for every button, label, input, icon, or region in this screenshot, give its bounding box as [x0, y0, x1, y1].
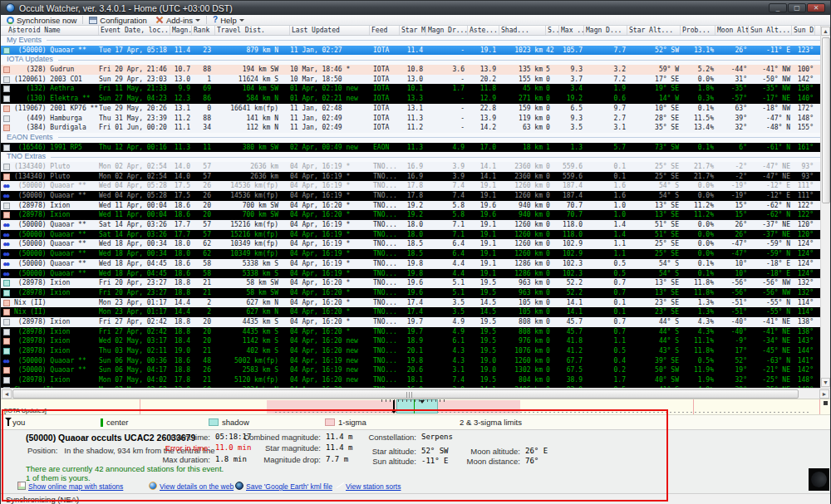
event-row[interactable]: ●● (50000) Quaoar **Wed 18 Apr, 04:4518.… — [1, 269, 830, 279]
table-cell: 380 km SW — [215, 143, 290, 153]
event-row[interactable]: (28978) IxionThu 03 May, 02:1119.021402 … — [1, 346, 830, 356]
table-cell: Wed 18 Apr, 00:34 — [99, 249, 170, 259]
configuration-button[interactable]: Configuration — [86, 15, 150, 25]
event-row[interactable]: (50000) Quaoar **Tue 17 Apr, 05:1811.423… — [1, 46, 830, 56]
table-cell: 04 Apr, 16:19 * — [290, 220, 370, 230]
column-header[interactable]: Feed — [370, 26, 400, 35]
column-header[interactable]: Moon Alt... — [715, 26, 749, 35]
scroll-left-arrow[interactable]: ◄ — [2, 389, 12, 399]
table-cell: Sat 14 Apr, 03:26 — [99, 220, 170, 230]
column-header[interactable]: Travel Dist. — [215, 26, 290, 35]
group-row[interactable]: TNO Extras — [1, 152, 830, 162]
group-row[interactable]: IOTA Updates — [1, 55, 830, 65]
event-row[interactable]: (28978) IxionFri 20 Apr, 23:2718.82158 k… — [1, 288, 830, 298]
table-cell: 2360 km — [499, 162, 546, 172]
synchronise-now-label: Synchronise now — [17, 16, 76, 25]
group-row[interactable]: EAON Events — [1, 133, 830, 143]
event-row[interactable]: ●● (50000) Quaoar **Wed 04 Apr, 05:2817.… — [1, 181, 830, 191]
event-row[interactable]: ●● (50000) Quaoar **Sun 06 May, 00:3618.… — [1, 356, 830, 366]
table-cell: 0.1% — [681, 269, 715, 279]
column-header[interactable]: Prob... — [681, 26, 715, 35]
event-row[interactable]: (449) HamburgaThu 31 May, 23:3911.288141… — [1, 114, 830, 124]
event-row[interactable]: ●● (50000) Quaoar **Wed 18 Apr, 04:4518.… — [1, 259, 830, 269]
event-row[interactable]: (328) GudrunFri 20 Apr, 21:4610.788194 k… — [1, 65, 830, 75]
view-station-sorts-link[interactable]: View station sorts — [346, 482, 401, 491]
synchronise-now-button[interactable]: Synchronise now — [4, 15, 79, 25]
minimize-button[interactable]: _ — [769, 3, 787, 12]
event-row[interactable]: (28978) IxionFri 20 Apr, 23:2718.82158 k… — [1, 278, 830, 288]
column-header[interactable]: Sun Di... — [792, 26, 815, 35]
column-header[interactable]: Rank — [192, 26, 215, 35]
table-cell: 40° SW — [627, 375, 681, 385]
help-menu[interactable]: ? Help — [210, 15, 247, 25]
event-row[interactable]: (50000) Quaoar **Sun 06 May, 04:1718.826… — [1, 365, 830, 375]
event-row[interactable]: ●● (50000) Quaoar **Wed 18 Apr, 00:3418.… — [1, 249, 830, 259]
table-cell: TNO... — [370, 356, 400, 366]
horizontal-scroll-thumb[interactable] — [12, 389, 799, 399]
table-cell: 5120 km(fp) — [215, 375, 290, 385]
column-header[interactable]: Magn. — [170, 26, 192, 35]
close-button[interactable]: ✕ — [807, 3, 825, 12]
column-header[interactable]: Sun Alt... — [749, 26, 792, 35]
event-row[interactable]: ●● (50000) Quaoar **Sat 14 Apr, 03:2617.… — [1, 230, 830, 240]
table-cell: TNO... — [370, 181, 400, 191]
column-header[interactable]: Magn Dr... — [426, 26, 468, 35]
table-cell: 102.3 — [559, 259, 584, 269]
event-row[interactable]: ●● (50000) Quaoar **Wed 18 Apr, 00:3418.… — [1, 239, 830, 249]
event-row[interactable]: Nix (II)Mon 23 Apr, 01:1714.42627 km N04… — [1, 298, 830, 308]
add-ins-menu[interactable]: Add-ins — [153, 15, 203, 25]
column-header[interactable]: S.. — [546, 26, 559, 35]
table-cell: 70.7 — [559, 210, 584, 220]
show-online-map-link[interactable]: Show online map with stations — [28, 482, 123, 491]
table-cell: 0.7 — [584, 327, 627, 337]
column-header[interactable]: Event Date, loc... — [99, 26, 170, 35]
event-timeline-strip[interactable]: [IOTA Updates] — [1, 399, 830, 414]
table-cell: (50000) Quaoar ** — [14, 365, 99, 375]
vertical-scrollbar[interactable]: ▲ ▼ — [820, 26, 830, 388]
event-row[interactable]: ●● (50000) Quaoar **Wed 04 Apr, 05:2817.… — [1, 191, 830, 201]
maximize-button[interactable]: ▢ — [788, 3, 806, 12]
table-cell: -40° — [715, 327, 749, 337]
event-row[interactable]: Nix (II)Mon 23 Apr, 01:1714.42627 km N04… — [1, 307, 830, 317]
scroll-down-arrow[interactable]: ▼ — [821, 378, 830, 387]
scroll-right-arrow[interactable]: ► — [819, 389, 829, 399]
table-cell: -25° NE — [749, 375, 792, 385]
event-row[interactable]: (28978) IxionWed 11 Apr, 00:0418.620700 … — [1, 210, 830, 220]
column-header[interactable]: Max ... — [559, 26, 584, 35]
scroll-up-arrow[interactable]: ▲ — [821, 27, 830, 36]
table-cell: 0.1 — [584, 162, 627, 172]
column-header[interactable]: Last Updated — [290, 26, 370, 35]
event-row[interactable]: (28978) IxionMon 07 May, 04:0217.8215120… — [1, 375, 830, 385]
event-row[interactable]: (134340) PlutoMon 02 Apr, 02:5414.057263… — [1, 162, 830, 172]
table-cell: 04 Apr, 16:20 * — [290, 307, 370, 317]
table-cell: Wed 04 Apr, 05:28 — [99, 181, 170, 191]
event-row[interactable]: ●● (50000) Quaoar **Sat 14 Apr, 03:2617.… — [1, 220, 830, 230]
event-row[interactable]: (130) Elektra **Sun 27 May, 04:2312.3865… — [1, 94, 830, 104]
save-kml-link[interactable]: Save 'Google Earth' kml file — [246, 482, 332, 491]
event-row[interactable]: (132) AethraFri 11 May, 21:339.969104 km… — [1, 84, 830, 94]
event-row[interactable]: (120061) 2003 CO1Sun 29 Apr, 23:0313.011… — [1, 75, 830, 85]
event-row[interactable]: (16546) 1991 RP5Thu 12 Apr, 00:1611.3113… — [1, 143, 830, 153]
column-header[interactable]: Shad... — [499, 26, 546, 35]
event-row[interactable]: (28978) IxionFri 27 Apr, 02:4218.8204435… — [1, 327, 830, 337]
event-row[interactable]: (384) BurdigalaFri 01 Jun, 00:2011.13411… — [1, 123, 830, 133]
event-row[interactable]: (119067) 2001 KP76 **Tue 29 May, 20:2613… — [1, 104, 830, 114]
event-row[interactable]: (28978) IxionWed 11 Apr, 00:0418.620700 … — [1, 201, 830, 211]
event-row[interactable]: (134340) PlutoMon 02 Apr, 02:5414.057263… — [1, 172, 830, 182]
group-row[interactable]: My Events — [1, 36, 830, 46]
table-cell: -18° E — [749, 269, 792, 279]
column-header[interactable]: Star Alt... — [627, 26, 681, 35]
view-details-web-link[interactable]: View details on the web — [160, 482, 234, 491]
table-cell: 0.7 — [584, 278, 627, 288]
table-cell: 17.0 — [468, 143, 499, 153]
event-row[interactable]: (28978) IxionFri 27 Apr, 02:4218.8204435… — [1, 317, 830, 327]
table-cell: 13.1% — [681, 46, 715, 56]
column-header[interactable]: Star M... — [400, 26, 426, 35]
horizontal-scrollbar[interactable]: ◄ ► — [1, 388, 830, 399]
event-row[interactable]: (28978) IxionWed 02 May, 03:1718.4201142… — [1, 336, 830, 346]
vertical-scroll-thumb[interactable] — [822, 37, 830, 203]
column-header[interactable]: Aste... — [468, 26, 499, 35]
table-cell: 2 — [192, 307, 215, 317]
column-header[interactable]: Asteroid Name — [7, 26, 99, 35]
column-header[interactable]: Magn D... — [584, 26, 627, 35]
